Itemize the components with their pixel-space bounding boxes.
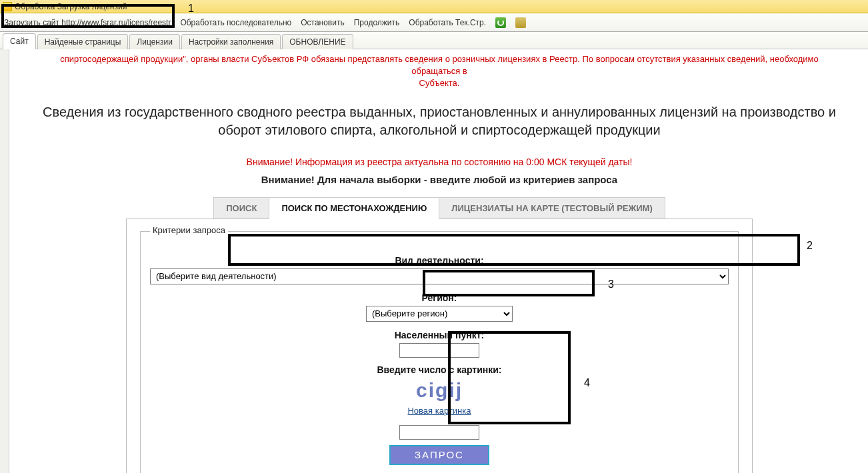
criteria-fieldset: Критерии запроса Вид деятельности: (Выбе…	[140, 231, 739, 473]
scrollbar-gutter[interactable]	[0, 49, 9, 473]
tab-found-pages[interactable]: Найденые страницы	[37, 34, 129, 49]
tool-icon[interactable]	[515, 17, 526, 28]
submit-button[interactable]: ЗАПРОС	[389, 445, 489, 465]
select-region[interactable]: (Выберите регион)	[366, 306, 513, 322]
toolbar-continue[interactable]: Продолжить	[354, 18, 400, 27]
toolbar-load-site[interactable]: Загрузить сайт http://www.fsrar.ru/licen…	[4, 18, 171, 27]
main-toolbar: Загрузить сайт http://www.fsrar.ru/licen…	[0, 13, 868, 32]
toolbar-process-current[interactable]: Обработать Тек.Стр.	[409, 18, 486, 27]
label-captcha: Введите число с картинки:	[150, 364, 729, 375]
refresh-icon[interactable]	[495, 17, 506, 28]
label-region: Регион:	[150, 292, 729, 303]
red-note-line2: Субъекта.	[37, 77, 841, 89]
label-locality: Населенный пункт:	[150, 330, 729, 340]
inner-tabs: ПОИСК ПОИСК ПО МЕСТОНАХОЖДЕНИЮ ЛИЦЕНЗИАТ…	[11, 197, 868, 219]
input-captcha[interactable]	[399, 425, 479, 440]
fieldset-legend: Критерии запроса	[150, 225, 228, 235]
window-titlebar: Обработка Загрузка лицензий	[0, 0, 868, 13]
criteria-panel: Критерии запроса Вид деятельности: (Выбе…	[126, 219, 753, 473]
inner-tab-search[interactable]: ПОИСК	[213, 197, 269, 219]
black-note: Внимание! Для начала выборки - введите л…	[11, 174, 868, 185]
input-locality[interactable]	[399, 343, 479, 358]
inner-tab-map[interactable]: ЛИЦЕНЗИАТЫ НА КАРТЕ (ТЕСТОВЫЙ РЕЖИМ)	[439, 197, 665, 219]
toolbar-stop[interactable]: Остановить	[301, 18, 345, 27]
red-note-line1: спиртосодержащей продукции", органы влас…	[60, 54, 819, 76]
tab-update[interactable]: ОБНОВЛЕНИЕ	[282, 34, 353, 49]
captcha-image: cigij	[150, 379, 729, 402]
embedded-page: спиртосодержащей продукции", органы влас…	[11, 49, 868, 473]
document-tabs: Сайт Найденые страницы Лицензии Настройк…	[0, 32, 868, 49]
tab-licenses[interactable]: Лицензии	[129, 34, 180, 49]
window-title: Обработка Загрузка лицензий	[15, 2, 127, 11]
select-activity[interactable]: (Выберите вид деятельности)	[150, 268, 729, 284]
captcha-block: cigij Новая картинка ЗАПРОС	[150, 379, 729, 465]
toolbar-process-sequential[interactable]: Обработать последовательно	[180, 18, 291, 27]
inner-tab-search-location[interactable]: ПОИСК ПО МЕСТОНАХОЖДЕНИЮ	[269, 197, 439, 219]
captcha-new-link[interactable]: Новая картинка	[407, 406, 471, 416]
tab-site[interactable]: Сайт	[3, 33, 36, 49]
top-red-note: спиртосодержащей продукции", органы влас…	[11, 49, 868, 91]
label-activity: Вид деятельности:	[150, 255, 729, 266]
page-title: Сведения из государственного сводного ре…	[11, 91, 868, 145]
red-warning: Внимание! Информация из реестра актуальн…	[11, 157, 868, 167]
tab-fill-settings[interactable]: Настройки заполнения	[181, 34, 281, 49]
app-icon	[3, 2, 12, 11]
